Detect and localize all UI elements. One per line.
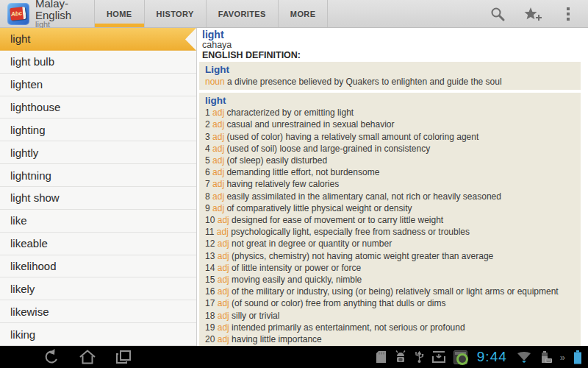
status-clock[interactable]: 9:44 xyxy=(477,349,507,365)
sense-line: 18 adj silly or trivial xyxy=(205,310,575,322)
part-of-speech: adj xyxy=(212,179,224,189)
back-icon xyxy=(43,349,60,365)
part-of-speech: adj xyxy=(212,132,224,142)
sense-line: 2 adj casual and unrestrained in sexual … xyxy=(205,118,575,130)
search-icon xyxy=(490,6,506,22)
word-list-item[interactable]: lighten xyxy=(0,74,196,96)
part-of-speech: adj xyxy=(218,251,229,261)
part-of-speech: adj xyxy=(217,227,229,237)
download-tray-icon xyxy=(432,350,445,364)
sense-line: 10 adj designed for ease of movement or … xyxy=(205,214,575,226)
word-list-item[interactable]: lighthouse xyxy=(0,96,196,119)
word-label: likely xyxy=(10,283,35,295)
word-list-item[interactable]: light bulb xyxy=(0,51,196,74)
home-icon xyxy=(79,349,96,365)
sense-line: 19 adj intended primarily as entertainme… xyxy=(205,322,575,333)
part-of-speech: adj xyxy=(212,203,224,213)
sense-line: 14 adj of little intensity or power or f… xyxy=(205,262,575,274)
add-favorite-button[interactable] xyxy=(523,4,542,24)
part-of-speech: adj xyxy=(218,263,229,273)
home-button[interactable] xyxy=(77,348,98,366)
tab[interactable]: FAVORITES xyxy=(206,0,278,27)
part-of-speech: adj xyxy=(212,167,224,177)
sense-line: 20 adj having little importance xyxy=(205,333,575,345)
word-list: light light bulb lighten lighthouse ligh… xyxy=(0,28,197,346)
sense-line: 4 adj (used of soil) loose and large-gra… xyxy=(205,143,575,155)
usb-debug-icon xyxy=(395,350,406,364)
word-label: likewise xyxy=(10,305,49,318)
sense-line: 7 adj having relatively few calories xyxy=(205,178,575,190)
tab-bar: HOME HISTORY FAVORITES MORE xyxy=(94,0,328,27)
entry-header: light cahaya ENGLISH DEFINITION: xyxy=(198,28,588,62)
word-label: lightning xyxy=(10,169,51,182)
word-list-item[interactable]: light xyxy=(0,28,196,51)
tab[interactable]: MORE xyxy=(278,0,329,27)
part-of-speech: adj xyxy=(212,191,224,202)
sense-line: 8 adj easily assimilated in the alimenta… xyxy=(205,191,575,202)
app-logo-icon: Abc xyxy=(7,3,29,25)
definition-pane[interactable]: light cahaya ENGLISH DEFINITION: Light n… xyxy=(198,28,588,346)
word-label: lighting xyxy=(10,124,46,136)
dictionary-book-glyph: Abc xyxy=(10,6,26,20)
word-list-item[interactable]: lighting xyxy=(0,118,196,141)
tab[interactable]: HISTORY xyxy=(144,0,206,27)
sense-line: 9 adj of comparatively little physical w… xyxy=(205,202,575,214)
word-list-item[interactable]: likely xyxy=(0,277,196,300)
word-list-item[interactable]: light show xyxy=(0,187,196,210)
malay-translation: cahaya xyxy=(202,40,588,50)
part-of-speech: adj xyxy=(218,215,229,225)
sense-line: noun a divine presence believed by Quake… xyxy=(205,76,575,88)
battery-icon xyxy=(573,350,582,364)
word-label: like xyxy=(10,214,27,227)
word-list-item[interactable]: lightly xyxy=(0,141,196,164)
entry-title: light xyxy=(205,94,575,107)
wifi-icon xyxy=(517,351,531,363)
word-label: lighthouse xyxy=(10,101,60,113)
sense-line: 11 adj psychologically light, especially… xyxy=(205,226,575,238)
battery-keyboard-icon xyxy=(539,350,552,364)
part-of-speech: adj xyxy=(212,107,224,118)
part-of-speech: adj xyxy=(218,334,229,344)
app-identity[interactable]: Abc Malay-English light xyxy=(0,0,94,27)
usb-icon xyxy=(415,350,424,364)
word-list-item[interactable]: likelihood xyxy=(0,255,196,278)
part-of-speech: adj xyxy=(218,322,229,333)
word-list-item[interactable]: lightning xyxy=(0,164,196,187)
part-of-speech: adj xyxy=(218,311,229,321)
chevrons-icon: » xyxy=(560,353,565,362)
part-of-speech: adj xyxy=(212,119,224,130)
word-list-item[interactable]: like xyxy=(0,210,196,233)
sense-line: 13 adj (physics, chemistry) not having a… xyxy=(205,250,575,262)
word-label: likelihood xyxy=(10,260,57,272)
definition-card-proper-noun: Light noun a divine presence believed by… xyxy=(199,62,581,90)
word-label: light show xyxy=(10,191,60,204)
back-button[interactable] xyxy=(41,348,62,366)
sense-line: 12 adj not great in degree or quantity o… xyxy=(205,238,575,250)
action-bar: Abc Malay-English light HOME HISTORY FAV… xyxy=(0,0,588,28)
part-of-speech: adj xyxy=(212,144,224,154)
word-list-item[interactable]: likeable xyxy=(0,233,196,255)
sense-line: 15 adj moving easily and quickly, nimble xyxy=(205,274,575,286)
definition-card-adjective: light 1 adj characterized by or emitting… xyxy=(199,93,581,346)
app-thumbnail-icon xyxy=(453,350,467,364)
app-title: Malay-English xyxy=(35,0,94,21)
tab[interactable]: HOME xyxy=(94,0,144,27)
word-label: likeable xyxy=(10,237,48,250)
sense-line: 3 adj (used of color) having a relativel… xyxy=(205,131,575,143)
word-list-item[interactable]: liking xyxy=(0,323,196,346)
recent-apps-icon xyxy=(115,349,132,365)
sense-line: 1 adj characterized by or emitting light xyxy=(205,107,575,118)
sense-line: 5 adj (of sleep) easily disturbed xyxy=(205,155,575,166)
overflow-menu-icon xyxy=(567,7,570,21)
word-label: lightly xyxy=(10,146,38,159)
sense-line: 6 adj demanding little effort, not burde… xyxy=(205,166,575,178)
entry-title: Light xyxy=(205,63,575,76)
overflow-menu-button[interactable] xyxy=(559,4,578,24)
part-of-speech: adj xyxy=(218,238,229,249)
recent-apps-button[interactable] xyxy=(113,348,134,366)
word-list-item[interactable]: likewise xyxy=(0,300,196,323)
part-of-speech: adj xyxy=(218,298,229,308)
headword: light xyxy=(202,29,588,40)
search-button[interactable] xyxy=(488,4,507,24)
word-label: light bulb xyxy=(10,55,54,68)
